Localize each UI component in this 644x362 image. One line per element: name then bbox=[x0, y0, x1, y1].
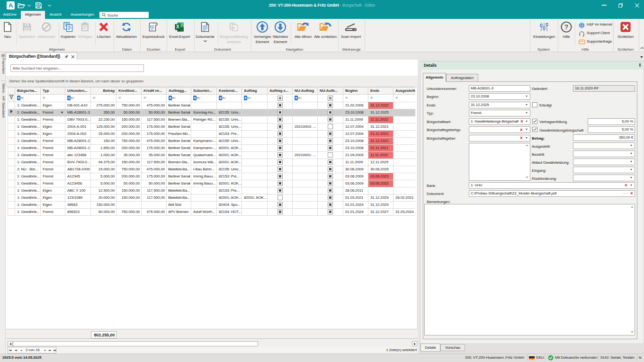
svg-text:?: ? bbox=[564, 23, 568, 31]
svg-text:X: X bbox=[176, 24, 179, 29]
